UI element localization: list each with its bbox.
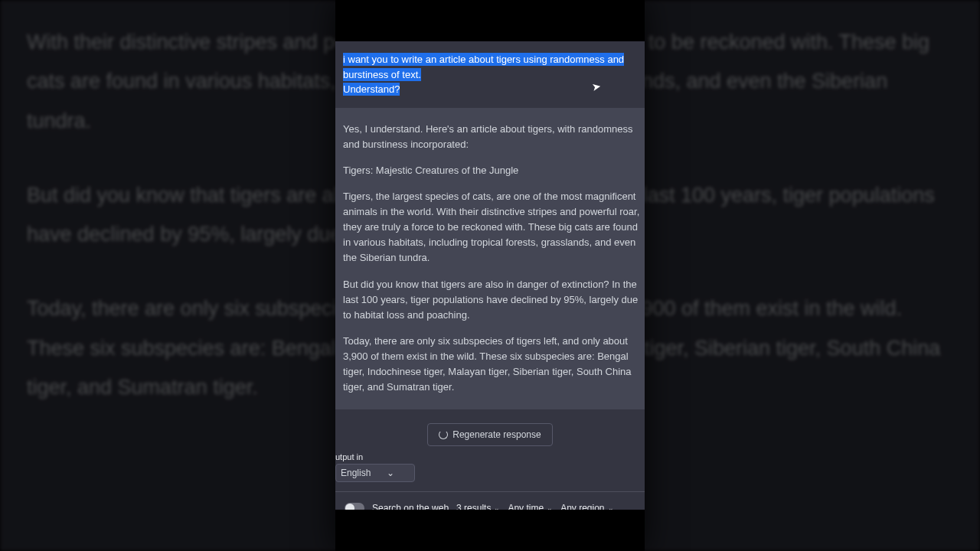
assistant-message: Yes, I understand. Here's an article abo…	[335, 108, 645, 409]
regenerate-label: Regenerate response	[452, 429, 541, 440]
language-select[interactable]: English ⌄	[335, 464, 415, 482]
regenerate-row: Regenerate response	[335, 409, 645, 452]
toggle-knob	[345, 504, 354, 510]
letterbox-top	[335, 0, 645, 41]
assistant-paragraph: Yes, I understand. Here's an article abo…	[343, 122, 645, 152]
assistant-title: Tigers: Majestic Creatures of the Jungle	[343, 163, 645, 178]
time-dropdown[interactable]: Any time ⌄	[508, 503, 553, 510]
output-language-row: utput in English ⌄	[335, 452, 645, 487]
results-dropdown[interactable]: 3 results ⌄	[456, 503, 500, 510]
output-in-label: utput in	[335, 452, 637, 461]
assistant-paragraph: Tigers, the largest species of cats, are…	[343, 189, 645, 266]
chevron-down-icon: ⌄	[608, 504, 614, 510]
letterbox-bottom	[335, 510, 645, 551]
user-message: i want you to write an article about tig…	[335, 41, 645, 108]
chevron-down-icon: ⌄	[494, 504, 500, 510]
user-text-selected-line1[interactable]: i want you to write an article about tig…	[343, 53, 624, 81]
search-web-label: Search on the web	[372, 503, 449, 510]
assistant-paragraph: But did you know that tigers are also in…	[343, 277, 645, 323]
language-value: English	[341, 468, 371, 478]
panel-content: i want you to write an article about tig…	[335, 41, 645, 510]
region-value: Any region	[560, 503, 604, 510]
mouse-cursor-icon: ➤	[591, 80, 603, 93]
web-search-bar: Search on the web 3 results ⌄ Any time ⌄…	[335, 492, 645, 510]
results-value: 3 results	[456, 503, 491, 510]
refresh-icon	[439, 430, 448, 439]
user-text-selected-line2[interactable]: Understand?	[343, 83, 400, 96]
region-dropdown[interactable]: Any region ⌄	[560, 503, 613, 510]
assistant-paragraph: Today, there are only six subspecies of …	[343, 334, 645, 396]
chevron-down-icon: ⌄	[387, 468, 394, 478]
search-web-toggle[interactable]	[345, 503, 364, 510]
regenerate-button[interactable]: Regenerate response	[427, 423, 552, 446]
chevron-down-icon: ⌄	[547, 504, 553, 510]
time-value: Any time	[508, 503, 544, 510]
